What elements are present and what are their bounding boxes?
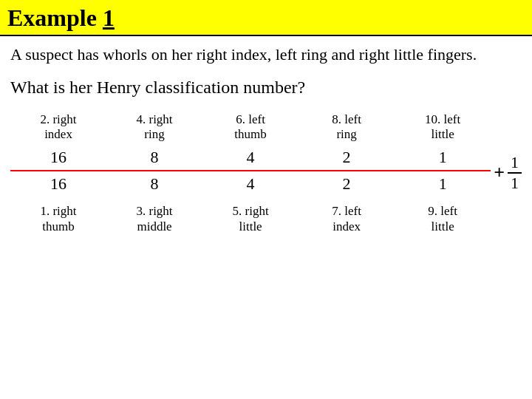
top-label-2: 6. left thumb [202, 111, 299, 144]
top-label-4: 10. left little [395, 111, 491, 144]
result-fraction: 1 1 [508, 154, 522, 192]
bottom-label-3: 7. left index [299, 202, 395, 236]
title: Example 1 [7, 4, 525, 32]
den-0: 16 [10, 171, 106, 197]
bottom-label-1: 3. right middle [106, 202, 202, 236]
title-prefix: Example [7, 4, 103, 31]
description: A suspect has whorls on her right index,… [10, 44, 522, 66]
bottom-label-0: 1. right thumb [10, 202, 106, 236]
num-0: 16 [10, 145, 106, 170]
title-bar: Example 1 [0, 0, 532, 36]
top-label-0: 2. right index [10, 111, 106, 144]
right-side-fraction: + 1 1 [494, 111, 522, 236]
den-1: 8 [106, 171, 202, 197]
bottom-label-4: 9. left little [395, 202, 491, 236]
denominator-row: 16 8 4 2 1 [10, 171, 491, 197]
question: What is her Henry classification number? [10, 78, 522, 98]
bottom-labels-row: 1. right thumb 3. right middle 5. right … [10, 202, 491, 236]
num-4: 1 [395, 145, 491, 170]
num-2: 4 [202, 145, 299, 170]
den-4: 1 [395, 171, 491, 197]
plus-sign: + [494, 162, 505, 184]
top-label-3: 8. left ring [299, 111, 395, 144]
top-labels-row: 2. right index 4. right ring 6. left thu… [10, 111, 491, 144]
fraction-denominator: 1 [508, 174, 522, 192]
numerator-row: 16 8 4 2 1 [10, 145, 491, 170]
top-label-1: 4. right ring [106, 111, 202, 144]
classification-table: 2. right index 4. right ring 6. left thu… [10, 111, 522, 236]
title-number: 1 [103, 4, 115, 31]
bottom-label-2: 5. right little [202, 202, 299, 236]
fraction-rows: 2. right index 4. right ring 6. left thu… [10, 111, 491, 236]
den-2: 4 [202, 171, 299, 197]
fraction-numerator: 1 [508, 154, 522, 174]
main-content: A suspect has whorls on her right index,… [0, 36, 532, 243]
num-3: 2 [299, 145, 395, 170]
num-1: 8 [106, 145, 202, 170]
den-3: 2 [299, 171, 395, 197]
